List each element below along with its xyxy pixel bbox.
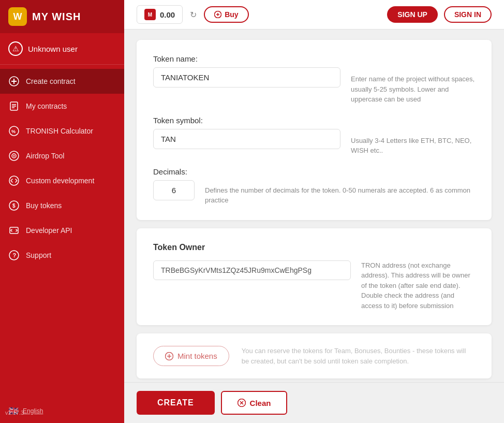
sidebar-item-label: My contracts (26, 102, 67, 110)
token-symbol-label: Token symbol: (153, 116, 340, 125)
token-owner-title: Token Owner (153, 243, 475, 252)
signup-button[interactable]: SIGN UP (387, 6, 438, 23)
support-icon: ? (8, 250, 20, 261)
mint-plus-icon (165, 352, 173, 360)
mint-tokens-label: Mint tokens (177, 352, 217, 360)
svg-text:?: ? (13, 252, 17, 258)
owner-input-wrap (153, 260, 351, 280)
token-info-card: Token name: Enter name of the project wi… (137, 40, 492, 220)
balance-logo-icon: M (144, 9, 156, 20)
sidebar-item-label: Create contract (26, 77, 76, 85)
plus-icon (214, 11, 221, 18)
token-symbol-hint: Usually 3-4 Letters like ETH, BTC, NEO, … (351, 116, 475, 156)
sidebar-item-label: TRONISH Calculator (26, 127, 93, 135)
sidebar-item-tronish-calculator[interactable]: % TRONISH Calculator (0, 119, 124, 143)
sidebar-user: ⚠ Unknown user (0, 33, 124, 65)
my-contracts-icon (8, 100, 20, 112)
decimals-input-wrap (153, 180, 195, 200)
sidebar-nav: Create contract My contracts % TRONISH (0, 65, 124, 399)
token-name-hint: Enter name of the project without spaces… (351, 54, 475, 105)
balance-box: M 0.00 (137, 5, 183, 24)
token-name-group: Token name: (153, 54, 340, 87)
user-name: Unknown user (28, 45, 78, 53)
token-symbol-input[interactable] (153, 129, 340, 149)
sidebar: W MY WISH ⚠ Unknown user Create contract (0, 0, 124, 423)
content-area: Token name: Enter name of the project wi… (124, 30, 504, 423)
sidebar-item-create-contract[interactable]: Create contract (0, 69, 124, 94)
clean-label: Clean (250, 399, 271, 407)
create-button[interactable]: CREATE (137, 391, 215, 415)
decimals-row: Decimals: Defines the number of decimals… (153, 167, 475, 206)
mint-tokens-card: Mint tokens You can reserve the tokens f… (137, 333, 492, 378)
decimals-hint: Defines the number of decimals for the t… (205, 180, 475, 206)
token-name-row: Token name: Enter name of the project wi… (153, 54, 475, 105)
create-contract-icon (8, 76, 20, 87)
top-bar: M 0.00 ↻ Buy SIGN UP SIGN IN (124, 0, 504, 30)
user-warning-icon: ⚠ (8, 41, 23, 56)
sidebar-item-label: Buy tokens (26, 201, 62, 210)
developer-api-icon (8, 225, 20, 236)
airdrop-icon (8, 150, 20, 162)
decimals-input[interactable] (153, 180, 195, 200)
main-area: M 0.00 ↻ Buy SIGN UP SIGN IN Token name: (124, 0, 504, 423)
buy-label: Buy (225, 10, 238, 19)
sidebar-item-buy-tokens[interactable]: $ Buy tokens (0, 193, 124, 218)
svg-text:$: $ (12, 203, 16, 209)
custom-dev-icon (8, 175, 20, 186)
clean-x-icon (238, 399, 246, 407)
refresh-button[interactable]: ↻ (189, 9, 198, 21)
token-name-label: Token name: (153, 54, 340, 63)
token-owner-input[interactable] (153, 260, 351, 280)
mint-tokens-hint: You can reserve the tokens for Team, Bon… (242, 346, 475, 366)
owner-row: TRON address (not exchange address). Thi… (153, 260, 475, 311)
clean-button[interactable]: Clean (221, 391, 288, 415)
version-label: v1.17.3 (5, 410, 24, 416)
token-owner-hint: TRON address (not exchange address). Thi… (361, 260, 475, 311)
sidebar-item-airdrop-tool[interactable]: Airdrop Tool (0, 143, 124, 168)
logo-icon: W (8, 7, 27, 26)
sidebar-item-support[interactable]: ? Support (0, 243, 124, 268)
sidebar-item-custom-development[interactable]: Custom development (0, 168, 124, 193)
balance-amount: 0.00 (160, 10, 175, 19)
sidebar-item-label: Airdrop Tool (26, 152, 64, 160)
token-symbol-row: Token symbol: Usually 3-4 Letters like E… (153, 116, 475, 156)
sidebar-item-my-contracts[interactable]: My contracts (0, 94, 124, 119)
calculator-icon: % (8, 125, 20, 137)
language-label[interactable]: English (23, 407, 43, 415)
logo-text: MY WISH (32, 11, 81, 23)
signin-button[interactable]: SIGN IN (444, 6, 492, 23)
mint-tokens-button[interactable]: Mint tokens (153, 346, 229, 366)
sidebar-logo: W MY WISH (0, 0, 124, 33)
token-name-input[interactable] (153, 67, 340, 87)
sidebar-item-label: Custom development (26, 177, 94, 185)
svg-point-11 (13, 155, 15, 157)
svg-text:%: % (11, 129, 16, 134)
sidebar-item-label: Support (26, 251, 51, 259)
buy-tokens-icon: $ (8, 200, 20, 211)
sidebar-item-developer-api[interactable]: Developer API (0, 218, 124, 243)
sidebar-item-label: Developer API (26, 226, 72, 235)
token-symbol-group: Token symbol: (153, 116, 340, 149)
decimals-label: Decimals: (153, 167, 475, 176)
buy-button[interactable]: Buy (204, 6, 248, 23)
token-owner-card: Token Owner TRON address (not exchange a… (137, 228, 492, 326)
bottom-bar: CREATE Clean (124, 382, 504, 423)
